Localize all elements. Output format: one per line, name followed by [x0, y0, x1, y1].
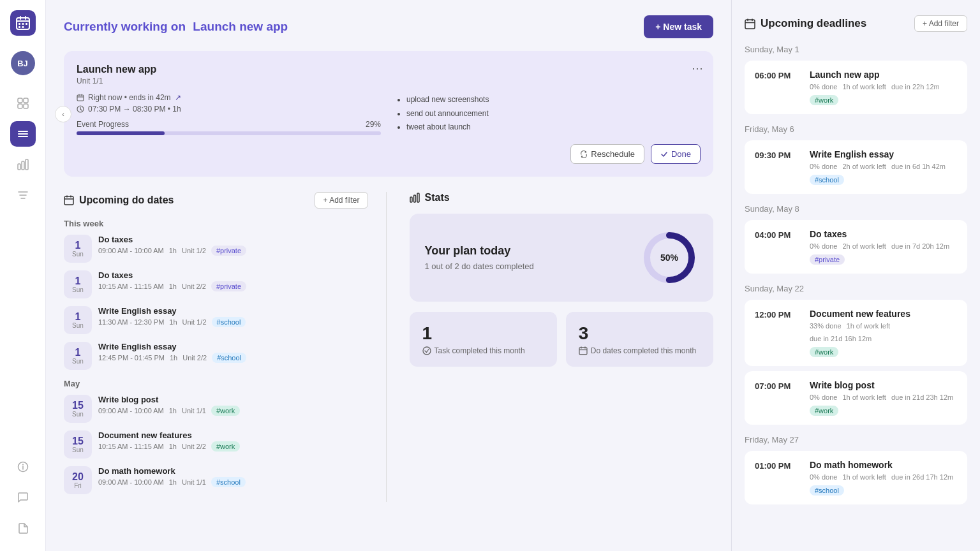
deadline-card: 12:00 PM Document new features 33% done …	[745, 300, 967, 366]
tag: #work	[810, 406, 838, 416]
two-col-layout: Upcoming do dates + Add filter This week…	[64, 192, 713, 502]
deadline-time: 07:00 PM	[755, 380, 801, 416]
may-label: May	[64, 379, 368, 388]
working-schedule: 07:30 PM → 08:30 PM • 1h	[88, 105, 181, 114]
app-logo	[10, 10, 36, 36]
deadline-card: 04:00 PM Do taxes 0% done 2h of work lef…	[745, 220, 967, 274]
done-button[interactable]: Done	[651, 144, 701, 164]
tag: #work	[211, 441, 240, 452]
deadline-name: Do math homework	[810, 460, 957, 470]
sidebar-icon-doc[interactable]	[10, 515, 36, 541]
deadline-group: Sunday, May 8 04:00 PM Do taxes 0% done …	[745, 204, 967, 274]
deadline-time: 06:00 PM	[755, 70, 801, 105]
date-badge: 15 Sun	[64, 430, 92, 459]
tag: #private	[211, 246, 246, 256]
tag: #work	[211, 406, 240, 416]
svg-rect-37	[413, 195, 415, 202]
do-date-item: 20 Fri Do math homework 09:00 AM - 10:00…	[64, 466, 368, 494]
working-card-menu[interactable]: ⋯	[692, 61, 703, 75]
deadline-day: Friday, May 27	[745, 435, 967, 444]
bullet-item: send out announcement	[406, 107, 701, 121]
deadline-group: Friday, May 6 09:30 PM Write English ess…	[745, 124, 967, 194]
svg-rect-46	[745, 20, 755, 29]
external-link-icon[interactable]: ↗	[175, 93, 181, 102]
svg-rect-7	[19, 26, 20, 28]
right-panel: Upcoming deadlines + Add filter Sunday, …	[731, 0, 980, 551]
sidebar-icon-filter[interactable]	[10, 182, 36, 208]
do-date-item: 1 Sun Do taxes 09:00 AM - 10:00 AM 1h Un…	[64, 235, 368, 263]
plan-subtitle: 1 out of 2 do dates completed	[425, 261, 534, 271]
new-task-button[interactable]: + New task	[644, 15, 713, 38]
deadline-time: 12:00 PM	[755, 309, 801, 357]
sidebar-icon-info[interactable]	[10, 454, 36, 480]
svg-rect-18	[26, 159, 28, 170]
main-content: Currently working on Launch new app + Ne…	[46, 0, 731, 551]
tag: #school	[810, 485, 844, 496]
deadline-name: Do taxes	[810, 229, 957, 239]
deadline-day: Friday, May 6	[745, 124, 967, 134]
deadlines-filter-button[interactable]: + Add filter	[914, 15, 967, 32]
deadline-name: Launch new app	[810, 70, 957, 80]
collapse-button[interactable]: ‹	[55, 106, 71, 122]
deadline-group: Friday, May 27 01:00 PM Do math homework…	[745, 435, 967, 504]
dodate-count: 3	[579, 323, 701, 344]
sidebar-icon-chat[interactable]	[10, 485, 36, 510]
date-badge: 20 Fri	[64, 466, 92, 494]
date-badge: 1 Sun	[64, 235, 92, 263]
avatar[interactable]: BJ	[11, 51, 35, 75]
deadlines-title: Upcoming deadlines	[745, 17, 866, 30]
sidebar-nav	[10, 91, 36, 444]
deadline-time: 04:00 PM	[755, 229, 801, 265]
calendar-section-icon	[64, 195, 74, 205]
stats-icon	[410, 193, 420, 203]
tag: #private	[211, 281, 246, 291]
deadline-name: Write blog post	[810, 380, 957, 390]
donut-chart: 50%	[641, 229, 698, 286]
stats-title: Stats	[410, 192, 450, 203]
header: Currently working on Launch new app + Ne…	[64, 15, 713, 38]
svg-line-31	[80, 109, 82, 110]
do-dates-title: Upcoming do dates	[64, 195, 174, 206]
deadline-day: Sunday, May 1	[745, 45, 967, 54]
bullet-item: upload new screenshots	[406, 93, 701, 107]
svg-rect-9	[18, 98, 22, 103]
deadline-group: Sunday, May 22 12:00 PM Document new fea…	[745, 284, 967, 425]
this-week-label: This week	[64, 219, 368, 228]
date-badge: 1 Sun	[64, 270, 92, 298]
progress-value: 29%	[366, 120, 381, 129]
reschedule-button[interactable]: Reschedule	[570, 144, 644, 164]
tag: #school	[212, 353, 246, 363]
bullet-list: upload new screenshots send out announce…	[396, 93, 701, 135]
tasks-completed-card: 1 Task completed this month	[410, 312, 557, 367]
date-badge: 1 Sun	[64, 342, 92, 370]
deadline-name: Document new features	[810, 309, 957, 319]
progress-label: Event Progress	[77, 120, 129, 129]
svg-rect-25	[77, 95, 84, 101]
svg-rect-4	[19, 23, 20, 25]
calendar-check-icon	[579, 346, 588, 355]
tag: #private	[810, 254, 845, 265]
bullet-item: tweet about launch	[406, 121, 701, 135]
plan-title: Your plan today	[425, 244, 534, 258]
working-card-title: Launch new app	[77, 64, 701, 75]
svg-rect-6	[26, 23, 27, 25]
do-dates-filter-button[interactable]: + Add filter	[315, 192, 368, 209]
svg-rect-36	[410, 197, 412, 202]
deadline-day: Sunday, May 22	[745, 284, 967, 293]
sidebar-icon-chart[interactable]	[10, 152, 36, 177]
svg-rect-42	[579, 348, 587, 355]
sidebar-icon-tasks[interactable]	[10, 121, 36, 147]
working-card-subtitle: Unit 1/1	[77, 77, 701, 85]
tag: #school	[211, 477, 246, 487]
tag: #school	[212, 317, 246, 327]
stats-mini-cards: 1 Task completed this month 3 Do dates c…	[410, 312, 714, 367]
reschedule-icon	[580, 151, 588, 158]
svg-point-41	[423, 347, 431, 355]
sidebar-icon-grid[interactable]	[10, 91, 36, 116]
deadline-card: 09:30 PM Write English essay 0% done 2h …	[745, 140, 967, 194]
clock-icon	[77, 105, 84, 113]
page-title: Currently working on Launch new app	[64, 20, 288, 34]
deadline-card: 06:00 PM Launch new app 0% done 1h of wo…	[745, 61, 967, 114]
deadline-time: 01:00 PM	[755, 460, 801, 496]
deadline-name: Write English essay	[810, 149, 957, 159]
